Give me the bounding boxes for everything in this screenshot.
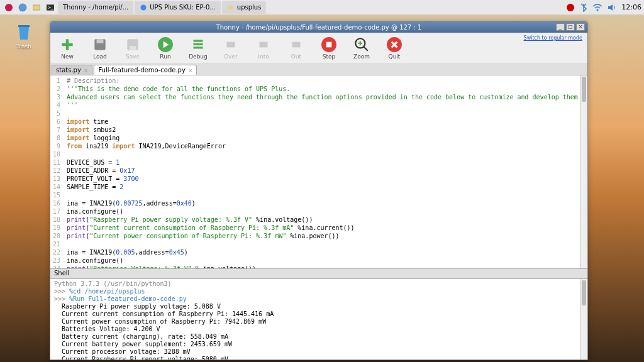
- load-button[interactable]: Load: [88, 36, 112, 60]
- taskbar-app-folder[interactable]: upsplus: [222, 1, 267, 14]
- svg-text:>_: >_: [48, 5, 54, 10]
- close-icon[interactable]: ×: [84, 67, 89, 74]
- shell-scrollbar[interactable]: [580, 279, 587, 359]
- close-icon[interactable]: ×: [188, 67, 193, 74]
- code-content[interactable]: # Description: '''This is the demo code …: [64, 75, 587, 268]
- shell-panel[interactable]: Python 3.7.3 (/usr/bin/python3) >>> %cd …: [50, 279, 587, 359]
- quit-button[interactable]: Quit: [382, 36, 406, 60]
- svg-rect-17: [193, 40, 203, 41]
- svg-rect-6: [228, 6, 233, 9]
- clock: 12:06: [621, 3, 641, 11]
- svg-point-5: [141, 4, 147, 10]
- taskbar-app-browser[interactable]: UPS Plus SKU: EP-0...: [135, 1, 221, 14]
- bluetooth-icon[interactable]: [580, 3, 587, 12]
- tab-demo-code[interactable]: Full-featured-demo-code.py×: [94, 65, 197, 75]
- line-gutter: 1 2 3 4 5 6 7 8 9 10 11 12 13 14 15 16 1…: [50, 75, 64, 268]
- svg-rect-15: [130, 46, 136, 50]
- minimize-button[interactable]: _: [556, 23, 565, 31]
- editor-scrollbar[interactable]: [580, 75, 587, 268]
- shell-label: Shell: [50, 269, 587, 279]
- svg-rect-18: [193, 43, 203, 45]
- trash-icon[interactable]: Trash: [14, 22, 34, 50]
- taskbar-app-thonny[interactable]: Thonny - /home/pi/...: [58, 1, 133, 14]
- editor-tabs: stats.py× Full-featured-demo-code.py×: [50, 63, 587, 75]
- raspberry-menu-icon[interactable]: [3, 1, 15, 14]
- titlebar[interactable]: Thonny - /home/pi/upsplus/Full-featured-…: [50, 21, 587, 33]
- record-icon[interactable]: [566, 3, 575, 12]
- taskbar: >_ Thonny - /home/pi/... UPS Plus SKU: E…: [0, 0, 644, 15]
- window-title: Thonny - /home/pi/upsplus/Full-featured-…: [216, 24, 422, 31]
- svg-rect-11: [62, 43, 72, 45]
- save-button: Save: [121, 36, 145, 60]
- svg-rect-22: [292, 41, 301, 47]
- thonny-window: Thonny - /home/pi/upsplus/Full-featured-…: [50, 21, 588, 360]
- terminal-icon[interactable]: >_: [44, 1, 57, 14]
- svg-rect-13: [97, 39, 104, 43]
- new-button[interactable]: New: [55, 36, 79, 60]
- tab-stats[interactable]: stats.py×: [52, 65, 92, 75]
- volume-icon[interactable]: [608, 4, 616, 11]
- svg-rect-24: [326, 41, 332, 47]
- zoom-button[interactable]: Zoom: [350, 36, 374, 60]
- run-button[interactable]: Run: [153, 36, 177, 60]
- svg-point-0: [5, 4, 13, 11]
- svg-rect-19: [193, 47, 203, 48]
- code-editor[interactable]: 1 2 3 4 5 6 7 8 9 10 11 12 13 14 15 16 1…: [50, 75, 587, 269]
- over-button: Over: [219, 36, 243, 60]
- svg-point-8: [597, 9, 599, 11]
- stop-button[interactable]: Stop: [317, 36, 341, 60]
- svg-line-26: [364, 47, 368, 51]
- debug-button[interactable]: Debug: [186, 36, 210, 60]
- file-manager-icon[interactable]: [30, 1, 43, 14]
- into-button: Into: [252, 36, 275, 60]
- svg-point-1: [19, 4, 26, 11]
- svg-rect-21: [260, 41, 268, 47]
- switch-mode-link[interactable]: Switch to regular mode: [524, 35, 582, 41]
- svg-point-7: [567, 4, 574, 11]
- out-button: Out: [284, 36, 308, 60]
- svg-rect-9: [18, 25, 30, 27]
- close-button[interactable]: ×: [576, 23, 585, 31]
- web-browser-icon[interactable]: [16, 1, 29, 14]
- svg-rect-20: [227, 41, 235, 47]
- svg-rect-2: [33, 5, 40, 10]
- wifi-icon[interactable]: [592, 4, 602, 11]
- toolbar: New Load Save Run Debug Over Into Out St…: [50, 33, 587, 63]
- maximize-button[interactable]: □: [566, 23, 575, 31]
